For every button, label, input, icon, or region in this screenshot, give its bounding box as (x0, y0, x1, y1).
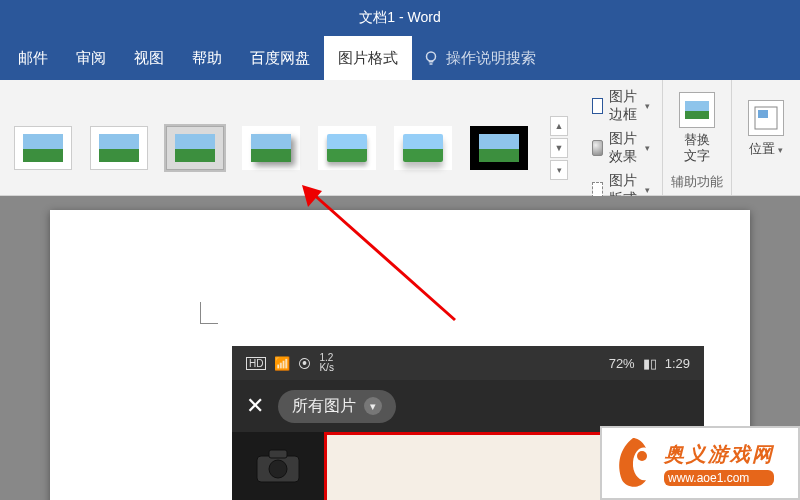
picture-options-column: 图片边框▾ 图片效果▾ 图片版式▾ (586, 84, 656, 212)
net-speed: 1.2 K/s (319, 353, 333, 373)
border-icon (592, 98, 603, 114)
watermark-url: www.aoe1.com (664, 470, 774, 486)
gallery-scroll: ▲ ▼ ▾ (550, 116, 568, 180)
dropdown-icon: ▾ (645, 185, 650, 195)
chevron-up-icon: ▲ (555, 121, 564, 131)
picture-effects-button[interactable]: 图片效果▾ (592, 130, 650, 166)
wifi-icon: ⦿ (298, 356, 311, 371)
chevron-down-icon: ▼ (555, 143, 564, 153)
style-thumb-5[interactable] (318, 126, 376, 170)
gallery-down-button[interactable]: ▼ (550, 138, 568, 158)
hd-icon: HD (246, 357, 266, 370)
effects-icon (592, 140, 603, 156)
picture-styles-gallery[interactable]: ▲ ▼ ▾ (6, 114, 576, 182)
svg-point-8 (637, 451, 647, 461)
alt-text-icon (679, 92, 715, 128)
signal-icon: 📶 (274, 356, 290, 371)
group-label-accessibility: 辅助功能 (669, 171, 725, 195)
style-thumb-2[interactable] (90, 126, 148, 170)
tab-help[interactable]: 帮助 (178, 36, 236, 80)
style-thumb-4[interactable] (242, 126, 300, 170)
more-icon: ▾ (557, 165, 562, 175)
lightbulb-icon (422, 49, 440, 67)
svg-rect-2 (758, 110, 768, 118)
tab-view[interactable]: 视图 (120, 36, 178, 80)
group-arrange: 位置 ▾ (732, 80, 800, 195)
style-thumb-1[interactable] (14, 126, 72, 170)
tab-review[interactable]: 审阅 (62, 36, 120, 80)
battery-percent: 72% (609, 356, 635, 371)
dropdown-icon: ▾ (778, 145, 783, 155)
tab-picture-format[interactable]: 图片格式 (324, 36, 412, 80)
svg-point-0 (427, 52, 436, 61)
style-thumb-6[interactable] (394, 126, 452, 170)
svg-point-6 (269, 460, 287, 478)
position-icon (748, 100, 784, 136)
group-picture-styles: ▲ ▼ ▾ 图片边框▾ 图片效果▾ 图片版式▾ 图片样式◲ (0, 80, 663, 195)
ribbon-tabs: 邮件 审阅 视图 帮助 百度网盘 图片格式 操作说明搜索 (0, 36, 800, 80)
style-thumb-3[interactable] (166, 126, 224, 170)
watermark: 奥义游戏网 www.aoe1.com (600, 426, 800, 500)
watermark-title: 奥义游戏网 (664, 441, 774, 468)
battery-icon: ▮▯ (643, 356, 657, 371)
all-pictures-dropdown[interactable]: 所有图片 ▾ (278, 390, 396, 423)
phone-status-bar: HD 📶 ⦿ 1.2 K/s 72% ▮▯ 1:29 (232, 346, 704, 380)
group-accessibility: 替换 文字 辅助功能 (663, 80, 732, 195)
tell-me-label: 操作说明搜索 (446, 49, 536, 68)
dropdown-icon: ▾ (645, 143, 650, 153)
window-title: 文档1 - Word (359, 9, 440, 27)
position-button[interactable]: 位置 ▾ (738, 100, 794, 158)
ribbon: ▲ ▼ ▾ 图片边框▾ 图片效果▾ 图片版式▾ 图片样式◲ 替换 文字 辅助功能 (0, 80, 800, 196)
alt-text-button[interactable]: 替换 文字 (669, 92, 725, 163)
gallery-more-button[interactable]: ▾ (550, 160, 568, 180)
svg-rect-7 (269, 450, 287, 458)
chevron-down-icon: ▾ (364, 397, 382, 415)
watermark-logo-icon (610, 434, 656, 492)
clock: 1:29 (665, 356, 690, 371)
dropdown-icon: ▾ (645, 101, 650, 111)
close-icon[interactable]: ✕ (246, 393, 264, 419)
phone-gallery-header: ✕ 所有图片 ▾ (232, 380, 704, 432)
title-bar: 文档1 - Word (0, 0, 800, 36)
picture-border-button[interactable]: 图片边框▾ (592, 88, 650, 124)
tell-me-search[interactable]: 操作说明搜索 (412, 36, 546, 80)
tab-baidu-netdisk[interactable]: 百度网盘 (236, 36, 324, 80)
camera-icon (255, 448, 301, 484)
cursor-mark-icon (200, 302, 218, 324)
gallery-up-button[interactable]: ▲ (550, 116, 568, 136)
style-thumb-7[interactable] (470, 126, 528, 170)
camera-button[interactable] (232, 432, 324, 500)
tab-mail[interactable]: 邮件 (4, 36, 62, 80)
